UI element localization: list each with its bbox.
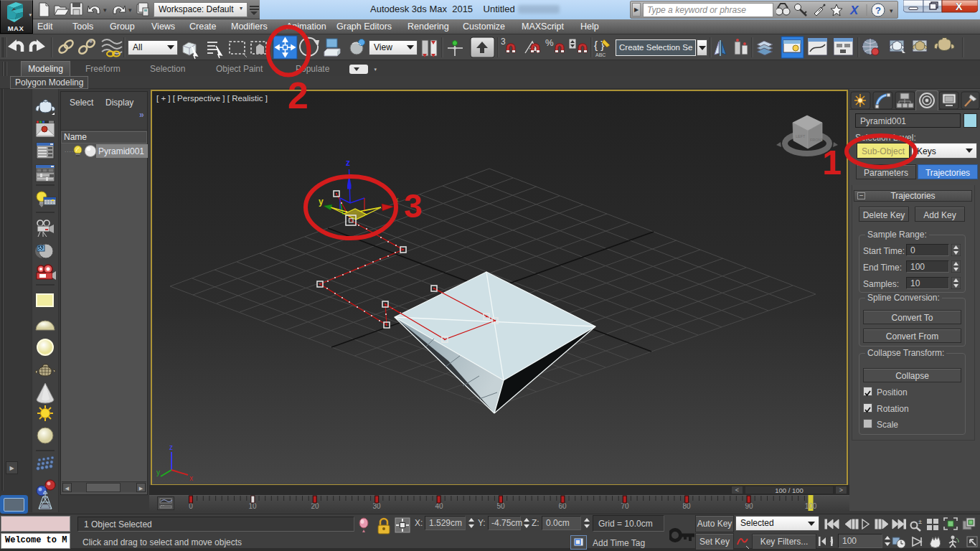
svg-text:[ + ] [ Perspective ] [ Realis: [ + ] [ Perspective ] [ Realistic ] bbox=[156, 94, 268, 103]
svg-text:40: 40 bbox=[435, 502, 443, 510]
svg-text:y: y bbox=[156, 468, 160, 476]
svg-text:10: 10 bbox=[248, 502, 257, 510]
svg-text:ABC: ABC bbox=[595, 52, 606, 57]
svg-text:z: z bbox=[346, 158, 350, 168]
svg-text:30: 30 bbox=[372, 502, 381, 510]
svg-text:100: 100 bbox=[805, 502, 817, 510]
svg-text:FRONT: FRONT bbox=[810, 138, 824, 142]
svg-text:▾: ▾ bbox=[103, 6, 107, 14]
svg-text:80: 80 bbox=[682, 502, 691, 510]
svg-text:▾: ▾ bbox=[128, 6, 132, 14]
svg-text:20: 20 bbox=[311, 502, 319, 510]
svg-text:60: 60 bbox=[558, 502, 567, 510]
svg-text:50: 50 bbox=[496, 502, 505, 510]
svg-text:70: 70 bbox=[621, 502, 629, 510]
svg-text:LEFT: LEFT bbox=[796, 134, 806, 138]
svg-text:X: X bbox=[849, 4, 859, 17]
svg-text:▾: ▾ bbox=[890, 7, 893, 14]
svg-text:3: 3 bbox=[501, 37, 506, 47]
svg-text:✱: ✱ bbox=[89, 39, 93, 44]
svg-text:?: ? bbox=[875, 5, 881, 16]
svg-text:±: ± bbox=[918, 518, 922, 525]
svg-text:0: 0 bbox=[189, 502, 193, 510]
svg-text:%: % bbox=[545, 37, 554, 48]
svg-text:90: 90 bbox=[745, 502, 753, 510]
svg-text:x: x bbox=[395, 196, 399, 203]
svg-text:x: x bbox=[189, 474, 193, 482]
svg-text:X: X bbox=[956, 1, 963, 12]
svg-text:z: z bbox=[169, 443, 173, 451]
svg-text:{ }: { } bbox=[594, 39, 604, 51]
svg-text:y: y bbox=[319, 197, 324, 207]
